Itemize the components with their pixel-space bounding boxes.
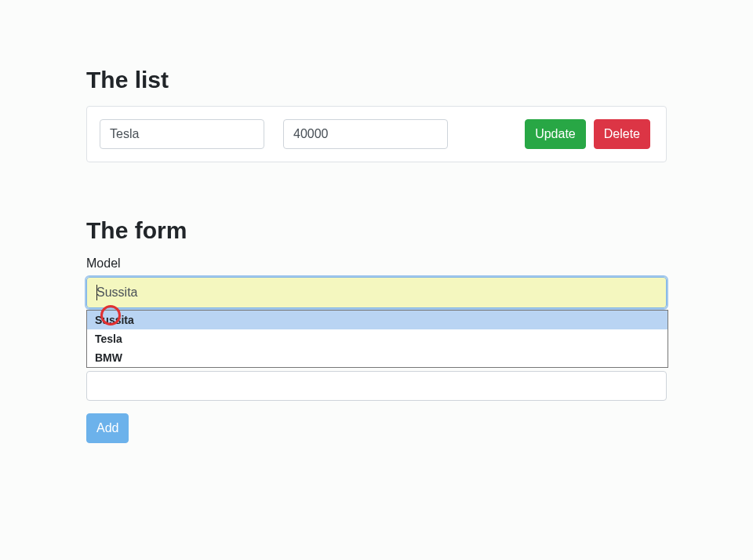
list-item-name-input[interactable] bbox=[100, 119, 264, 149]
model-label: Model bbox=[86, 256, 667, 271]
autocomplete-dropdown: Sussita Tesla BMW bbox=[86, 310, 668, 368]
price-input[interactable] bbox=[86, 371, 667, 401]
model-input[interactable] bbox=[86, 277, 667, 308]
list-item-price-input[interactable] bbox=[283, 119, 448, 149]
autocomplete-option-sussita[interactable]: Sussita bbox=[87, 311, 668, 329]
list-row: Update Delete bbox=[86, 106, 667, 162]
model-input-wrap: Sussita Tesla BMW bbox=[86, 277, 667, 308]
delete-button[interactable]: Delete bbox=[594, 119, 650, 149]
update-button[interactable]: Update bbox=[525, 119, 586, 149]
autocomplete-option-bmw[interactable]: BMW bbox=[87, 348, 668, 367]
autocomplete-option-tesla[interactable]: Tesla bbox=[87, 329, 668, 348]
text-caret bbox=[96, 285, 97, 300]
list-heading: The list bbox=[86, 67, 667, 93]
add-button[interactable]: Add bbox=[86, 413, 129, 443]
form-heading: The form bbox=[86, 217, 667, 244]
